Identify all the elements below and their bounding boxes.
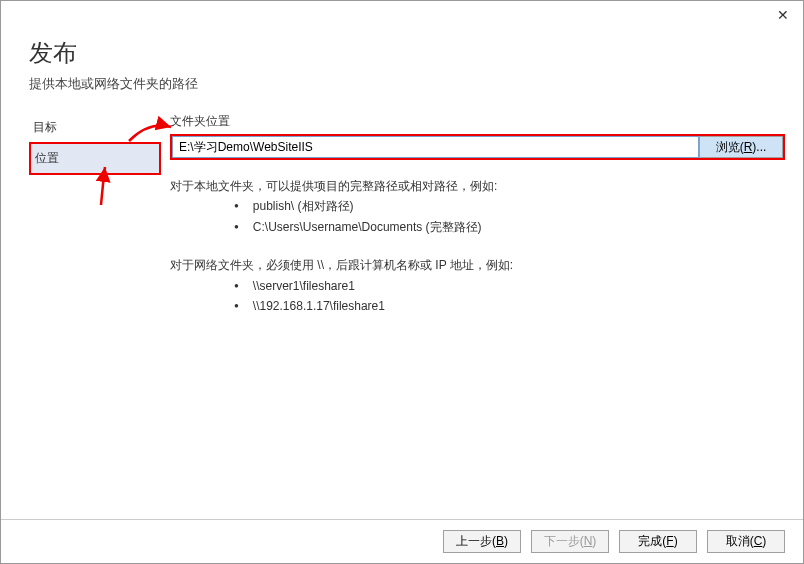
sidebar: 目标 位置 bbox=[29, 113, 161, 175]
help-network-intro: 对于网络文件夹，必须使用 \\，后跟计算机名称或 IP 地址，例如: bbox=[170, 255, 785, 275]
help-local-example: publish\ (相对路径) bbox=[234, 196, 785, 216]
browse-button[interactable]: 浏览(R)... bbox=[699, 136, 783, 158]
help-network-example: \\server1\fileshare1 bbox=[234, 276, 785, 296]
help-local-intro: 对于本地文件夹，可以提供项目的完整路径或相对路径，例如: bbox=[170, 176, 785, 196]
folder-location-input[interactable] bbox=[172, 136, 699, 158]
sidebar-item-target[interactable]: 目标 bbox=[29, 113, 161, 142]
titlebar: ✕ bbox=[1, 1, 803, 29]
help-text: 对于本地文件夹，可以提供项目的完整路径或相对路径，例如: publish\ (相… bbox=[170, 176, 785, 316]
next-button[interactable]: 下一步(N) bbox=[531, 530, 609, 553]
footer: 上一步(B) 下一步(N) 完成(F) 取消(C) bbox=[1, 519, 803, 563]
finish-button[interactable]: 完成(F) bbox=[619, 530, 697, 553]
help-network-example: \\192.168.1.17\fileshare1 bbox=[234, 296, 785, 316]
page-subtitle: 提供本地或网络文件夹的路径 bbox=[29, 75, 775, 93]
header: 发布 提供本地或网络文件夹的路径 bbox=[1, 29, 803, 113]
back-button[interactable]: 上一步(B) bbox=[443, 530, 521, 553]
sidebar-item-location[interactable]: 位置 bbox=[29, 142, 161, 175]
folder-location-label: 文件夹位置 bbox=[170, 113, 785, 130]
main-panel: 文件夹位置 浏览(R)... 对于本地文件夹，可以提供项目的完整路径或相对路径，… bbox=[170, 113, 803, 316]
cancel-button[interactable]: 取消(C) bbox=[707, 530, 785, 553]
folder-location-row: 浏览(R)... bbox=[170, 134, 785, 160]
page-title: 发布 bbox=[29, 37, 775, 69]
close-button[interactable]: ✕ bbox=[763, 1, 803, 29]
help-local-example: C:\Users\Username\Documents (完整路径) bbox=[234, 217, 785, 237]
